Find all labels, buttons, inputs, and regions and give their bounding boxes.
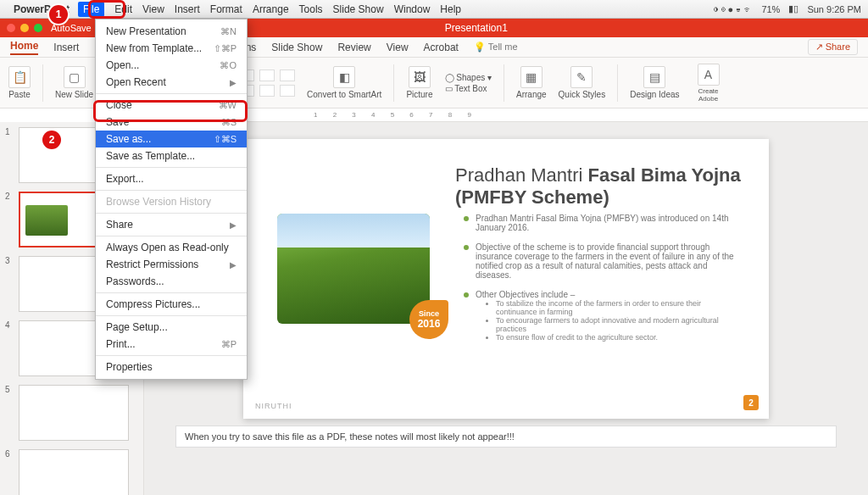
zoom-icon[interactable] xyxy=(34,24,42,32)
thumb-num-4: 4 xyxy=(5,320,14,330)
file-menu-item[interactable]: Always Open as Read-only xyxy=(96,239,247,256)
thumbnail-slide-5[interactable] xyxy=(19,385,129,441)
sub-bullet-3: To ensure flow of credit to the agricult… xyxy=(496,333,743,342)
new-slide-label: New Slide xyxy=(55,90,93,99)
tab-acrobat[interactable]: Acrobat xyxy=(424,42,459,53)
file-menu-item[interactable]: Save as Template... xyxy=(96,147,247,164)
file-menu-item[interactable]: Open...⌘O xyxy=(96,57,247,74)
arrange-button[interactable]: ▦Arrange xyxy=(516,66,547,99)
file-menu-item[interactable]: Save as...⇧⌘S xyxy=(96,131,247,147)
file-menu-item[interactable]: Compress Pictures... xyxy=(96,296,247,313)
bullet-1: Pradhan Mantri Fasal Bima Yojna (PMFBY) … xyxy=(476,214,743,232)
file-menu-item[interactable]: Open Recent▶ xyxy=(96,74,247,91)
adobe-icon: A xyxy=(698,64,720,86)
tab-home[interactable]: Home xyxy=(10,40,38,55)
menubar-tools[interactable]: Tools xyxy=(299,3,323,15)
window-title: Presentation1 xyxy=(445,22,508,34)
file-menu-dropdown: New Presentation⌘NNew from Template...⇧⌘… xyxy=(95,19,248,380)
design-ideas-label: Design Ideas xyxy=(630,90,679,99)
callout-2: 2 xyxy=(42,131,61,149)
menubar-status: ◑ ◎ ● ⌨ ᯤ 71% ▮▯ Sun 9:26 PM xyxy=(713,3,862,14)
menubar-format[interactable]: Format xyxy=(210,3,242,15)
menubar-help[interactable]: Help xyxy=(440,3,461,15)
menubar-edit[interactable]: Edit xyxy=(114,3,132,15)
menubar-file[interactable]: File xyxy=(78,2,104,17)
shapes-group[interactable]: ◯ Shapes ▾▭ Text Box xyxy=(445,73,492,93)
slide-image xyxy=(277,214,430,324)
arrange-icon: ▦ xyxy=(520,66,542,88)
slide-title: Pradhan Mantri Fasal Bima Yojna(PMFBY Sc… xyxy=(455,164,743,209)
slide[interactable]: Pradhan Mantri Fasal Bima Yojna(PMFBY Sc… xyxy=(243,139,769,419)
autosave-label: AutoSave xyxy=(51,23,92,33)
menubar-view[interactable]: View xyxy=(142,3,164,15)
file-menu-item[interactable]: Page Setup... xyxy=(96,319,247,336)
battery-icon: ▮▯ xyxy=(788,3,798,14)
slide-logo: NIRUTHI xyxy=(255,402,292,410)
since-badge: Since2016 xyxy=(409,300,448,339)
smartart-label: Convert to SmartArt xyxy=(307,90,381,99)
file-menu-item[interactable]: Properties xyxy=(96,359,247,375)
sub-bullet-1: To stabilize the income of the farmers i… xyxy=(496,299,743,316)
file-menu-item[interactable]: Share▶ xyxy=(96,216,247,233)
smartart-icon: ◧ xyxy=(333,66,355,88)
battery-percent: 71% xyxy=(761,4,780,14)
slide-page-number: 2 xyxy=(743,395,759,410)
file-menu-item[interactable]: New from Template...⇧⌘P xyxy=(96,40,247,57)
file-menu-item[interactable]: Close⌘W xyxy=(96,97,247,114)
file-menu-item[interactable]: Restrict Permissions▶ xyxy=(96,256,247,273)
mac-menubar: PowerPoint File Edit View Insert Format … xyxy=(0,0,868,19)
design-ideas-button[interactable]: ▤Design Ideas xyxy=(630,66,679,99)
tab-insert[interactable]: Insert xyxy=(53,42,79,53)
quick-styles-label: Quick Styles xyxy=(559,90,606,99)
bullet-2: Objective of the scheme is to provide fi… xyxy=(476,242,743,280)
menubar-insert[interactable]: Insert xyxy=(175,3,200,15)
design-ideas-icon: ▤ xyxy=(643,66,665,88)
thumb-num-5: 5 xyxy=(5,385,14,394)
clock: Sun 9:26 PM xyxy=(807,4,861,14)
callout-1: 1 xyxy=(49,5,68,24)
picture-button[interactable]: 🖼Picture xyxy=(406,66,432,99)
adobe-pdf-button[interactable]: ACreate Adobe xyxy=(692,64,726,103)
slide-bullets: Pradhan Mantri Fasal Bima Yojna (PMFBY) … xyxy=(464,214,743,352)
menubar-window[interactable]: Window xyxy=(394,3,431,15)
tab-slideshow[interactable]: Slide Show xyxy=(271,42,322,53)
paste-group[interactable]: 📋Paste xyxy=(8,66,31,99)
thumb-num-2: 2 xyxy=(5,192,14,201)
convert-smartart[interactable]: ◧Convert to SmartArt xyxy=(307,66,381,99)
share-button[interactable]: ↗ Share xyxy=(808,39,858,55)
tab-view[interactable]: View xyxy=(387,42,409,53)
file-menu-item[interactable]: Print...⌘P xyxy=(96,336,247,353)
new-slide-group[interactable]: ▢New Slide xyxy=(55,66,93,99)
file-menu-item[interactable]: Export... xyxy=(96,170,247,187)
thumb-num-6: 6 xyxy=(5,449,14,459)
new-slide-icon: ▢ xyxy=(64,66,86,88)
clipboard-icon: 📋 xyxy=(8,66,31,88)
file-menu-item[interactable]: Passwords... xyxy=(96,273,247,290)
tab-review[interactable]: Review xyxy=(337,42,370,53)
quick-styles-icon: ✎ xyxy=(570,66,593,88)
thumbnail-slide-6[interactable] xyxy=(19,449,129,495)
sub-bullet-2: To encourage farmers to adopt innovative… xyxy=(496,316,743,333)
menubar-arrange[interactable]: Arrange xyxy=(253,3,289,15)
thumb-num-3: 3 xyxy=(5,256,14,265)
slide-canvas[interactable]: Pradhan Mantri Fasal Bima Yojna(PMFBY Sc… xyxy=(144,122,868,495)
paste-label: Paste xyxy=(8,90,31,99)
file-menu-item: Browse Version History xyxy=(96,193,247,210)
horizontal-ruler: 1 2 3 4 5 6 7 8 9 xyxy=(144,108,868,122)
speaker-notes[interactable]: When you try to save this file as a PDF,… xyxy=(175,425,837,448)
minimize-icon[interactable] xyxy=(20,24,29,32)
picture-icon: 🖼 xyxy=(409,66,431,88)
arrange-label: Arrange xyxy=(516,90,547,99)
file-menu-item[interactable]: New Presentation⌘N xyxy=(96,23,247,40)
bullet-3: Other Objectives include – To stabilize … xyxy=(476,290,743,342)
tell-me[interactable]: 💡 Tell me xyxy=(474,42,518,53)
menubar-slideshow[interactable]: Slide Show xyxy=(333,3,384,15)
close-icon[interactable] xyxy=(7,24,15,32)
thumb-num-1: 1 xyxy=(5,127,14,136)
quick-styles-button[interactable]: ✎Quick Styles xyxy=(559,66,606,99)
adobe-label: Create Adobe xyxy=(692,87,726,103)
file-menu-item[interactable]: Save⌘S xyxy=(96,114,247,131)
status-icons: ◑ ◎ ● ⌨ ᯤ xyxy=(713,4,754,14)
picture-label: Picture xyxy=(406,90,432,99)
window-traffic-lights[interactable] xyxy=(7,24,42,32)
